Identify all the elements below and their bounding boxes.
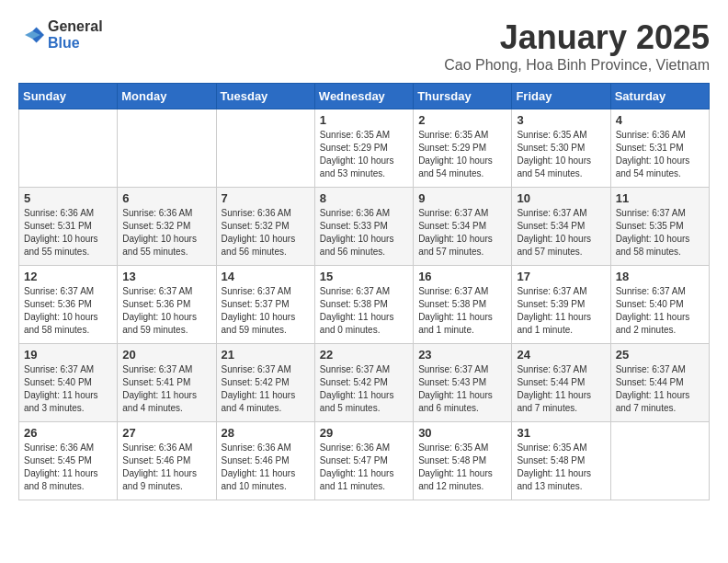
calendar-cell: 24Sunrise: 6:37 AM Sunset: 5:44 PM Dayli… <box>512 344 610 422</box>
day-info: Sunrise: 6:35 AM Sunset: 5:29 PM Dayligh… <box>418 129 506 180</box>
day-info: Sunrise: 6:36 AM Sunset: 5:46 PM Dayligh… <box>122 442 210 493</box>
day-info: Sunrise: 6:36 AM Sunset: 5:31 PM Dayligh… <box>616 129 704 180</box>
day-info: Sunrise: 6:37 AM Sunset: 5:34 PM Dayligh… <box>517 207 605 259</box>
day-info: Sunrise: 6:36 AM Sunset: 5:32 PM Dayligh… <box>122 207 210 259</box>
weekday-header-row: SundayMondayTuesdayWednesdayThursdayFrid… <box>19 84 710 109</box>
calendar-table: SundayMondayTuesdayWednesdayThursdayFrid… <box>18 83 710 500</box>
calendar-cell: 7Sunrise: 6:36 AM Sunset: 5:32 PM Daylig… <box>216 188 314 266</box>
day-number: 18 <box>616 270 704 283</box>
calendar-cell: 8Sunrise: 6:36 AM Sunset: 5:33 PM Daylig… <box>314 188 413 266</box>
day-number: 4 <box>616 113 704 127</box>
calendar-cell: 26Sunrise: 6:36 AM Sunset: 5:45 PM Dayli… <box>19 422 118 500</box>
calendar-subtitle: Cao Phong, Hoa Binh Province, Vietnam <box>444 57 710 74</box>
day-number: 10 <box>517 191 605 205</box>
day-info: Sunrise: 6:35 AM Sunset: 5:30 PM Dayligh… <box>517 129 605 180</box>
day-info: Sunrise: 6:37 AM Sunset: 5:43 PM Dayligh… <box>418 363 506 415</box>
page-header: General Blue January 2025 Cao Phong, Hoa… <box>18 18 710 74</box>
week-row-4: 19Sunrise: 6:37 AM Sunset: 5:40 PM Dayli… <box>19 344 710 422</box>
day-number: 21 <box>222 348 310 362</box>
day-number: 7 <box>222 191 310 205</box>
day-number: 6 <box>122 191 210 205</box>
weekday-header-thursday: Thursday <box>414 84 512 109</box>
day-number: 24 <box>517 348 605 362</box>
calendar-cell: 5Sunrise: 6:36 AM Sunset: 5:31 PM Daylig… <box>19 188 118 266</box>
calendar-cell: 28Sunrise: 6:36 AM Sunset: 5:46 PM Dayli… <box>216 422 314 500</box>
logo-icon <box>18 22 44 48</box>
calendar-cell: 16Sunrise: 6:37 AM Sunset: 5:38 PM Dayli… <box>414 266 512 344</box>
logo: General Blue <box>18 18 103 52</box>
day-number: 25 <box>616 348 704 362</box>
day-info: Sunrise: 6:37 AM Sunset: 5:36 PM Dayligh… <box>122 285 210 337</box>
calendar-cell: 11Sunrise: 6:37 AM Sunset: 5:35 PM Dayli… <box>610 188 709 266</box>
day-info: Sunrise: 6:36 AM Sunset: 5:47 PM Dayligh… <box>320 442 408 493</box>
day-info: Sunrise: 6:37 AM Sunset: 5:44 PM Dayligh… <box>616 363 704 415</box>
day-info: Sunrise: 6:36 AM Sunset: 5:33 PM Dayligh… <box>320 207 408 259</box>
calendar-cell: 31Sunrise: 6:35 AM Sunset: 5:48 PM Dayli… <box>512 422 610 500</box>
day-number: 13 <box>122 270 210 283</box>
day-info: Sunrise: 6:37 AM Sunset: 5:38 PM Dayligh… <box>320 285 408 337</box>
calendar-cell: 18Sunrise: 6:37 AM Sunset: 5:40 PM Dayli… <box>610 266 709 344</box>
weekday-header-monday: Monday <box>118 84 216 109</box>
day-number: 3 <box>517 113 605 127</box>
day-number: 8 <box>320 191 408 205</box>
day-number: 9 <box>418 191 506 205</box>
calendar-cell: 30Sunrise: 6:35 AM Sunset: 5:48 PM Dayli… <box>414 422 512 500</box>
weekday-header-saturday: Saturday <box>610 84 709 109</box>
day-number: 11 <box>616 191 704 205</box>
calendar-cell: 15Sunrise: 6:37 AM Sunset: 5:38 PM Dayli… <box>314 266 413 344</box>
day-number: 14 <box>222 270 310 283</box>
day-number: 27 <box>122 426 210 440</box>
day-number: 12 <box>24 270 112 283</box>
calendar-cell: 29Sunrise: 6:36 AM Sunset: 5:47 PM Dayli… <box>314 422 413 500</box>
week-row-3: 12Sunrise: 6:37 AM Sunset: 5:36 PM Dayli… <box>19 266 710 344</box>
day-info: Sunrise: 6:36 AM Sunset: 5:32 PM Dayligh… <box>222 207 310 259</box>
calendar-cell <box>118 109 216 188</box>
day-info: Sunrise: 6:37 AM Sunset: 5:39 PM Dayligh… <box>517 285 605 337</box>
weekday-header-friday: Friday <box>512 84 610 109</box>
calendar-cell: 25Sunrise: 6:37 AM Sunset: 5:44 PM Dayli… <box>610 344 709 422</box>
day-number: 28 <box>222 426 310 440</box>
calendar-cell: 3Sunrise: 6:35 AM Sunset: 5:30 PM Daylig… <box>512 109 610 188</box>
day-info: Sunrise: 6:36 AM Sunset: 5:45 PM Dayligh… <box>24 442 112 493</box>
calendar-cell: 9Sunrise: 6:37 AM Sunset: 5:34 PM Daylig… <box>414 188 512 266</box>
day-number: 23 <box>418 348 506 362</box>
day-info: Sunrise: 6:37 AM Sunset: 5:40 PM Dayligh… <box>616 285 704 337</box>
calendar-cell: 6Sunrise: 6:36 AM Sunset: 5:32 PM Daylig… <box>118 188 216 266</box>
day-number: 29 <box>320 426 408 440</box>
week-row-1: 1Sunrise: 6:35 AM Sunset: 5:29 PM Daylig… <box>19 109 710 188</box>
calendar-cell <box>216 109 314 188</box>
day-number: 15 <box>320 270 408 283</box>
day-info: Sunrise: 6:37 AM Sunset: 5:40 PM Dayligh… <box>24 363 112 415</box>
day-number: 1 <box>320 113 408 127</box>
day-info: Sunrise: 6:37 AM Sunset: 5:41 PM Dayligh… <box>122 363 210 415</box>
day-number: 2 <box>418 113 506 127</box>
day-info: Sunrise: 6:37 AM Sunset: 5:34 PM Dayligh… <box>418 207 506 259</box>
week-row-2: 5Sunrise: 6:36 AM Sunset: 5:31 PM Daylig… <box>19 188 710 266</box>
weekday-header-sunday: Sunday <box>19 84 118 109</box>
day-number: 5 <box>24 191 112 205</box>
logo-text: General Blue <box>48 18 103 52</box>
calendar-cell: 14Sunrise: 6:37 AM Sunset: 5:37 PM Dayli… <box>216 266 314 344</box>
day-info: Sunrise: 6:35 AM Sunset: 5:48 PM Dayligh… <box>418 442 506 493</box>
calendar-cell: 23Sunrise: 6:37 AM Sunset: 5:43 PM Dayli… <box>414 344 512 422</box>
day-info: Sunrise: 6:35 AM Sunset: 5:48 PM Dayligh… <box>517 442 605 493</box>
calendar-cell: 20Sunrise: 6:37 AM Sunset: 5:41 PM Dayli… <box>118 344 216 422</box>
day-info: Sunrise: 6:36 AM Sunset: 5:46 PM Dayligh… <box>222 442 310 493</box>
day-number: 19 <box>24 348 112 362</box>
calendar-cell <box>610 422 709 500</box>
day-info: Sunrise: 6:35 AM Sunset: 5:29 PM Dayligh… <box>320 129 408 180</box>
day-number: 20 <box>122 348 210 362</box>
day-info: Sunrise: 6:36 AM Sunset: 5:31 PM Dayligh… <box>24 207 112 259</box>
calendar-cell: 21Sunrise: 6:37 AM Sunset: 5:42 PM Dayli… <box>216 344 314 422</box>
day-info: Sunrise: 6:37 AM Sunset: 5:44 PM Dayligh… <box>517 363 605 415</box>
day-info: Sunrise: 6:37 AM Sunset: 5:38 PM Dayligh… <box>418 285 506 337</box>
calendar-cell <box>19 109 118 188</box>
day-number: 30 <box>418 426 506 440</box>
day-number: 26 <box>24 426 112 440</box>
day-info: Sunrise: 6:37 AM Sunset: 5:36 PM Dayligh… <box>24 285 112 337</box>
day-number: 31 <box>517 426 605 440</box>
calendar-cell: 19Sunrise: 6:37 AM Sunset: 5:40 PM Dayli… <box>19 344 118 422</box>
weekday-header-tuesday: Tuesday <box>216 84 314 109</box>
day-info: Sunrise: 6:37 AM Sunset: 5:35 PM Dayligh… <box>616 207 704 259</box>
calendar-cell: 2Sunrise: 6:35 AM Sunset: 5:29 PM Daylig… <box>414 109 512 188</box>
